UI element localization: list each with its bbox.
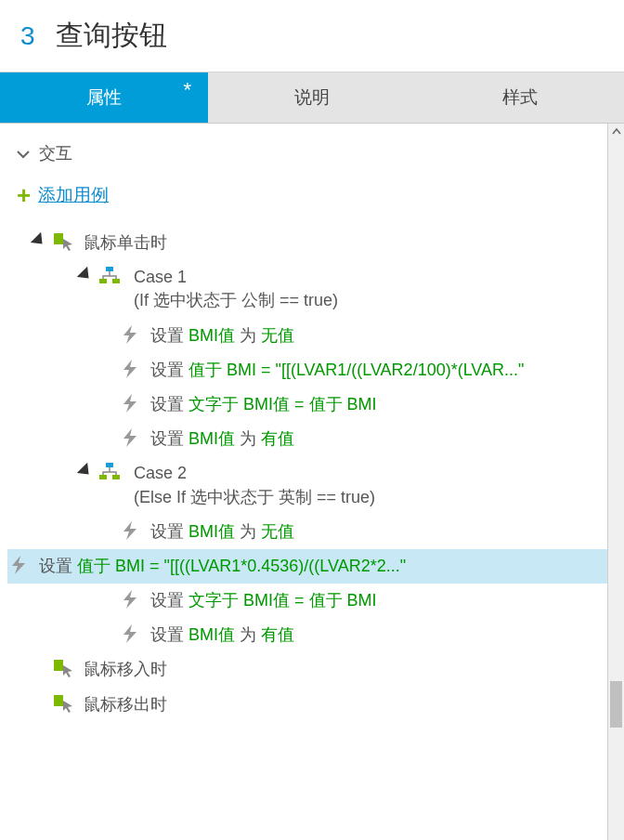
add-case-label: 添加用例 (38, 183, 109, 207)
tab-bar: 属性 * 说明 样式 (0, 72, 624, 124)
svg-rect-2 (112, 279, 120, 283)
svg-rect-5 (112, 475, 120, 479)
svg-rect-3 (106, 463, 113, 467)
bolt-icon (119, 427, 141, 448)
action-value: 无值 (261, 522, 294, 541)
case-icon (98, 266, 121, 286)
plus-icon: + (17, 183, 31, 207)
case-node-1[interactable]: Case 1 (If 选中状态于 公制 == true) (7, 260, 607, 318)
svg-rect-0 (106, 267, 113, 271)
mouse-click-icon (52, 231, 74, 252)
case-icon (98, 462, 121, 482)
svg-rect-1 (99, 279, 107, 283)
case-node-2[interactable]: Case 2 (Else If 选中状态于 英制 == true) (7, 456, 607, 514)
action-node[interactable]: 设置 文字于 BMI值 = 值于 BMI (7, 387, 607, 422)
event-label: 鼠标移出时 (84, 693, 167, 716)
action-expr: 文字于 BMI值 = 值于 BMI (188, 395, 377, 413)
expand-icon[interactable] (31, 232, 47, 249)
case-name: Case 1 (134, 268, 187, 286)
case-name: Case 2 (134, 464, 187, 482)
section-title: 交互 (39, 142, 72, 164)
vertical-scrollbar[interactable] (607, 124, 624, 840)
event-label: 鼠标单击时 (84, 231, 167, 255)
bolt-icon (7, 555, 30, 575)
action-node[interactable]: 设置 值于 BMI = "[[(LVAR1/((LVAR2/100)*(LVAR… (7, 353, 607, 387)
action-target: BMI值 (188, 625, 235, 644)
tab-label: 样式 (502, 87, 538, 107)
event-node-leave[interactable]: 鼠标移出时 (7, 688, 607, 722)
action-value: 有值 (261, 625, 294, 644)
tab-label: 属性 (86, 87, 122, 107)
action-value: 有值 (261, 429, 294, 448)
action-expr: 值于 BMI = "[[((LVAR1*0.4536)/((LVAR2*2...… (77, 557, 406, 575)
tab-properties[interactable]: 属性 * (0, 72, 208, 123)
svg-rect-4 (99, 475, 107, 479)
expand-icon[interactable] (77, 267, 94, 283)
scroll-up-icon[interactable] (610, 125, 623, 138)
tab-style[interactable]: 样式 (416, 72, 624, 123)
action-target: BMI值 (188, 429, 235, 448)
scroll-thumb[interactable] (610, 681, 622, 728)
event-node-enter[interactable]: 鼠标移入时 (7, 652, 607, 687)
panel-header: 3 查询按钮 (0, 0, 624, 72)
tab-label: 说明 (294, 87, 330, 107)
event-label: 鼠标移入时 (84, 658, 167, 681)
action-value: 无值 (261, 326, 294, 345)
bolt-icon (119, 589, 141, 610)
action-node[interactable]: 设置 BMI值 为 有值 (7, 618, 607, 652)
interactions-panel: 交互 + 添加用例 鼠标单击时 (0, 124, 607, 840)
action-prefix: 设置 (150, 429, 188, 448)
bolt-icon (119, 623, 141, 644)
action-prefix: 设置 (150, 522, 188, 541)
action-node[interactable]: 设置 BMI值 为 有值 (7, 422, 607, 456)
section-interactions[interactable]: 交互 (0, 137, 607, 170)
case-condition: (If 选中状态于 公制 == true) (134, 289, 607, 312)
action-node-selected[interactable]: 设置 值于 BMI = "[[((LVAR1*0.4536)/((LVAR2*2… (7, 549, 607, 584)
add-case-button[interactable]: + 添加用例 (0, 170, 607, 217)
action-prefix: 设置 (150, 361, 188, 379)
action-prefix: 设置 (150, 326, 188, 345)
expand-icon[interactable] (77, 463, 94, 479)
action-expr: 文字于 BMI值 = 值于 BMI (188, 591, 377, 610)
action-node[interactable]: 设置 文字于 BMI值 = 值于 BMI (7, 584, 607, 618)
action-node[interactable]: 设置 BMI值 为 无值 (7, 515, 607, 549)
action-target: BMI值 (188, 522, 235, 541)
action-prefix: 设置 (150, 625, 188, 644)
interaction-tree: 鼠标单击时 Case 1 (If 选中状态于 公制 == true) (0, 217, 607, 722)
bolt-icon (119, 324, 141, 345)
bolt-icon (119, 393, 141, 413)
widget-index: 3 (20, 21, 35, 51)
tab-notes[interactable]: 说明 (208, 72, 416, 123)
widget-title: 查询按钮 (56, 17, 167, 55)
mouse-enter-icon (52, 658, 74, 678)
bolt-icon (119, 520, 141, 541)
event-node-click[interactable]: 鼠标单击时 (7, 226, 607, 260)
action-target: BMI值 (188, 326, 235, 345)
case-condition: (Else If 选中状态于 英制 == true) (134, 486, 607, 509)
action-prefix: 设置 (39, 557, 77, 575)
action-prefix: 设置 (150, 591, 188, 610)
bolt-icon (119, 359, 141, 379)
modified-indicator: * (183, 80, 191, 100)
action-expr: 值于 BMI = "[[(LVAR1/((LVAR2/100)*(LVAR...… (188, 361, 524, 379)
action-prefix: 设置 (150, 395, 188, 413)
chevron-down-icon (17, 144, 30, 164)
mouse-leave-icon (52, 693, 74, 714)
action-node[interactable]: 设置 BMI值 为 无值 (7, 319, 607, 353)
